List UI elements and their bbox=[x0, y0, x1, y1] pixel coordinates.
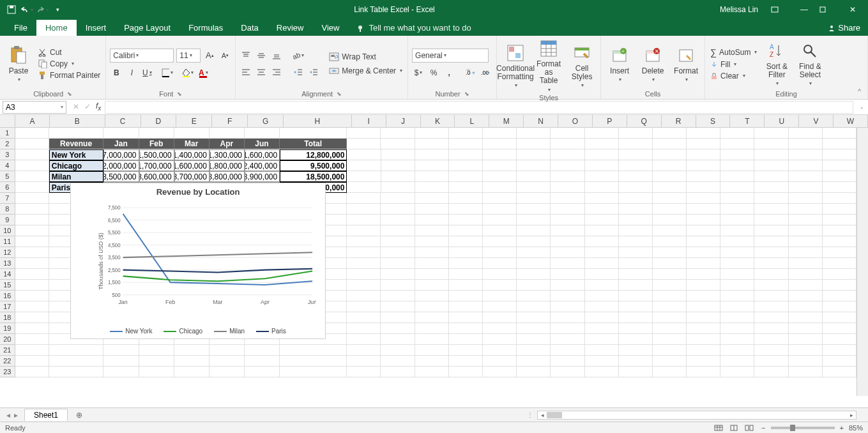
cell[interactable] bbox=[15, 345, 49, 356]
cell[interactable] bbox=[49, 128, 104, 139]
formula-input[interactable] bbox=[105, 101, 853, 114]
cell[interactable]: New York bbox=[49, 149, 104, 160]
name-box[interactable]: A3▾ bbox=[3, 101, 66, 114]
cell[interactable] bbox=[789, 258, 823, 269]
minimize-icon[interactable]: — bbox=[795, 5, 813, 14]
cell[interactable] bbox=[720, 334, 754, 345]
cell[interactable] bbox=[415, 356, 449, 367]
cell[interactable] bbox=[754, 323, 788, 334]
find-select-button[interactable]: Find &Select bbox=[795, 38, 825, 89]
cell[interactable] bbox=[381, 215, 415, 225]
cell[interactable] bbox=[347, 334, 381, 345]
cell[interactable] bbox=[754, 345, 788, 356]
cell[interactable] bbox=[103, 367, 139, 377]
cell[interactable] bbox=[619, 236, 653, 247]
cell[interactable] bbox=[754, 258, 788, 269]
cell[interactable] bbox=[789, 193, 823, 204]
row-header[interactable]: 18 bbox=[0, 312, 15, 323]
cell[interactable]: Apr bbox=[209, 139, 245, 149]
cell[interactable] bbox=[754, 149, 788, 160]
tab-home[interactable]: Home bbox=[36, 20, 77, 36]
comma-format-icon[interactable]: , bbox=[443, 66, 455, 79]
cell[interactable] bbox=[754, 280, 788, 291]
cell[interactable] bbox=[754, 182, 788, 193]
align-center-icon[interactable] bbox=[255, 66, 268, 79]
row-header[interactable]: 2 bbox=[0, 139, 15, 149]
alignment-dialog-launcher[interactable]: ⬊ bbox=[337, 91, 342, 97]
cell[interactable] bbox=[449, 356, 483, 367]
cell[interactable] bbox=[347, 204, 381, 215]
cell[interactable] bbox=[720, 193, 754, 204]
share-button[interactable]: Share bbox=[820, 20, 868, 36]
accounting-format-icon[interactable]: $ bbox=[412, 66, 425, 79]
wrap-text-button[interactable]: abWrap Text bbox=[328, 52, 404, 62]
cell[interactable] bbox=[15, 128, 49, 139]
cell[interactable] bbox=[789, 280, 823, 291]
column-header[interactable]: A bbox=[15, 115, 50, 127]
cell[interactable] bbox=[687, 236, 720, 247]
column-header[interactable]: E bbox=[176, 115, 212, 127]
cell[interactable] bbox=[823, 182, 857, 193]
cell[interactable] bbox=[619, 334, 653, 345]
cell[interactable] bbox=[517, 247, 551, 258]
cell[interactable] bbox=[823, 204, 857, 215]
cell[interactable] bbox=[15, 291, 49, 301]
cell[interactable] bbox=[15, 301, 49, 312]
insert-cells-button[interactable]: +Insert bbox=[605, 38, 634, 89]
cell[interactable] bbox=[551, 258, 584, 269]
cell[interactable] bbox=[585, 236, 619, 247]
cell[interactable] bbox=[280, 128, 347, 139]
cell[interactable] bbox=[585, 280, 619, 291]
cell[interactable] bbox=[483, 367, 517, 377]
cell[interactable] bbox=[585, 215, 619, 225]
cell[interactable] bbox=[347, 128, 381, 139]
fill-button[interactable]: Fill bbox=[709, 59, 758, 70]
cell[interactable] bbox=[483, 312, 517, 323]
cell[interactable] bbox=[687, 149, 720, 160]
cell[interactable] bbox=[720, 312, 754, 323]
view-page-break-icon[interactable] bbox=[742, 423, 756, 432]
column-header[interactable]: C bbox=[105, 115, 141, 127]
cell[interactable] bbox=[789, 312, 823, 323]
cell[interactable] bbox=[103, 345, 139, 356]
autosum-button[interactable]: ∑AutoSum bbox=[709, 47, 758, 58]
cell[interactable] bbox=[619, 215, 653, 225]
cell[interactable] bbox=[174, 367, 209, 377]
cell[interactable]: Feb bbox=[139, 139, 174, 149]
cell[interactable] bbox=[551, 182, 584, 193]
fx-icon[interactable]: fx bbox=[96, 102, 101, 112]
cell[interactable] bbox=[551, 236, 584, 247]
cell[interactable] bbox=[789, 367, 823, 377]
cell[interactable] bbox=[381, 312, 415, 323]
cell[interactable] bbox=[415, 301, 449, 312]
cell[interactable] bbox=[280, 345, 347, 356]
cell[interactable] bbox=[823, 236, 857, 247]
cell[interactable] bbox=[517, 312, 551, 323]
cell[interactable] bbox=[653, 128, 687, 139]
clipboard-dialog-launcher[interactable]: ⬊ bbox=[67, 91, 72, 97]
cell[interactable] bbox=[347, 139, 381, 149]
font-name-select[interactable]: Calibri bbox=[110, 49, 174, 63]
cell[interactable] bbox=[551, 247, 584, 258]
cell[interactable] bbox=[139, 345, 174, 356]
cell[interactable] bbox=[720, 149, 754, 160]
cell[interactable] bbox=[415, 204, 449, 215]
cell[interactable] bbox=[551, 215, 584, 225]
cell[interactable] bbox=[517, 139, 551, 149]
cell[interactable] bbox=[754, 236, 788, 247]
cell[interactable] bbox=[415, 345, 449, 356]
column-header[interactable]: S bbox=[696, 115, 731, 127]
zoom-level[interactable]: 85% bbox=[849, 424, 863, 432]
cell[interactable] bbox=[517, 182, 551, 193]
cell[interactable] bbox=[789, 345, 823, 356]
cell[interactable] bbox=[415, 182, 449, 193]
cell[interactable] bbox=[789, 204, 823, 215]
cell[interactable] bbox=[687, 323, 720, 334]
cell[interactable] bbox=[551, 225, 584, 236]
cell[interactable] bbox=[754, 269, 788, 280]
cell[interactable] bbox=[653, 171, 687, 182]
cell[interactable] bbox=[483, 149, 517, 160]
cell[interactable] bbox=[585, 204, 619, 215]
cell[interactable] bbox=[823, 149, 857, 160]
cell[interactable] bbox=[280, 367, 347, 377]
